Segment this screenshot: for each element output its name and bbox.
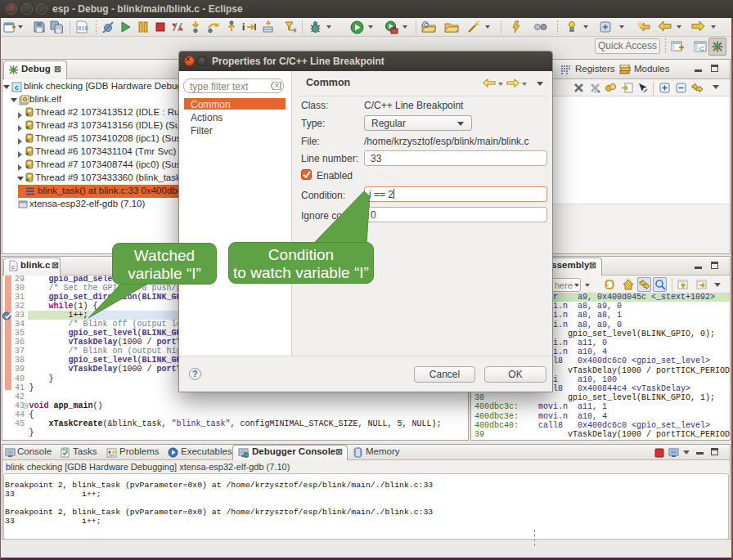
svg-text:c: c [11, 263, 15, 271]
svg-text:c: c [15, 83, 19, 92]
svg-text:010: 010 [78, 25, 88, 32]
svg-text:C: C [424, 22, 428, 28]
svg-text:C: C [699, 45, 704, 52]
svg-text:i: i [242, 21, 245, 33]
